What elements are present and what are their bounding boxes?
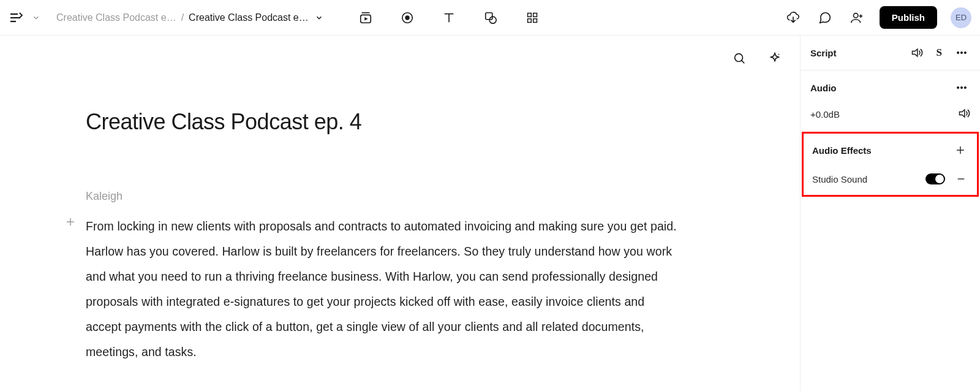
add-block-button[interactable] (64, 215, 77, 229)
shapes-icon[interactable] (481, 9, 500, 27)
svg-point-25 (957, 51, 959, 53)
more-options-icon[interactable] (953, 44, 970, 61)
svg-marker-5 (364, 17, 368, 21)
svg-rect-14 (527, 18, 531, 22)
workspace-dropdown-button[interactable] (29, 11, 43, 25)
main-layout: Creative Class Podcast ep. 4 Kaleigh Fro… (0, 36, 980, 391)
svg-point-27 (964, 51, 966, 53)
app-logo-icon[interactable] (9, 10, 23, 25)
user-avatar[interactable]: ED (951, 7, 971, 28)
studio-sound-row: Studio Sound (804, 167, 977, 195)
svg-marker-24 (912, 49, 917, 56)
svg-line-20 (742, 61, 745, 64)
audio-section-header: Audio (801, 70, 980, 100)
svg-point-16 (853, 13, 858, 17)
svg-point-30 (964, 86, 966, 88)
audio-effects-highlight: Audio Effects Studio Sound (802, 132, 979, 197)
add-effect-button[interactable] (952, 142, 968, 158)
svg-rect-10 (485, 12, 492, 19)
studio-sound-label: Studio Sound (812, 174, 867, 184)
svg-point-28 (957, 86, 959, 88)
svg-rect-15 (533, 18, 537, 22)
svg-point-11 (489, 17, 496, 23)
record-icon[interactable] (398, 9, 417, 27)
audio-label: Audio (810, 83, 837, 93)
publish-button[interactable]: Publish (880, 6, 937, 29)
svg-point-21 (778, 54, 780, 55)
svg-point-29 (960, 86, 962, 88)
speaker-icon[interactable] (908, 44, 925, 61)
breadcrumb-parent[interactable]: Creative Class Podcast e… (56, 12, 176, 23)
audio-more-icon[interactable] (953, 79, 970, 96)
breadcrumb: Creative Class Podcast e… / Creative Cla… (56, 11, 326, 25)
sparkle-icon[interactable] (766, 49, 784, 67)
add-person-icon[interactable] (848, 9, 866, 27)
volume-icon[interactable] (958, 107, 970, 121)
svg-rect-12 (527, 13, 531, 17)
video-icon[interactable] (356, 9, 375, 27)
breadcrumb-separator: / (179, 12, 186, 23)
svg-point-19 (735, 54, 743, 62)
breadcrumb-dropdown-button[interactable] (312, 11, 326, 25)
script-panel-header: Script S (801, 36, 980, 70)
svg-rect-13 (533, 13, 537, 17)
audio-effects-label: Audio Effects (812, 145, 872, 156)
paragraph-block: From locking in new clients with proposa… (86, 214, 677, 365)
svg-marker-31 (960, 110, 965, 117)
center-tool-group (356, 9, 541, 27)
breadcrumb-current[interactable]: Creative Class Podcast e… (189, 11, 326, 25)
top-toolbar: Creative Class Podcast e… / Creative Cla… (0, 0, 980, 36)
editor-toolbar (730, 49, 784, 67)
speaker-label[interactable]: Kaleigh (86, 190, 677, 203)
gain-value: +0.0dB (810, 109, 840, 120)
studio-sound-toggle[interactable] (925, 173, 945, 184)
svg-point-7 (405, 15, 409, 20)
audio-effects-header: Audio Effects (804, 134, 977, 167)
apps-grid-icon[interactable] (523, 9, 541, 27)
document-title[interactable]: Creative Class Podcast ep. 4 (86, 109, 677, 135)
strikethrough-icon[interactable]: S (937, 47, 942, 59)
transcript-paragraph[interactable]: From locking in new clients with proposa… (86, 214, 677, 365)
breadcrumb-current-label: Creative Class Podcast e… (189, 12, 309, 23)
editor-area: Creative Class Podcast ep. 4 Kaleigh Fro… (0, 36, 800, 391)
remove-effect-button[interactable] (954, 172, 968, 186)
side-panel: Script S Audio (800, 36, 980, 391)
document: Creative Class Podcast ep. 4 Kaleigh Fro… (0, 36, 800, 389)
chat-icon[interactable] (816, 9, 834, 27)
topbar-right-group: Publish ED (784, 6, 971, 29)
cloud-sync-icon[interactable] (784, 9, 802, 27)
svg-point-26 (960, 51, 962, 53)
search-icon[interactable] (730, 49, 748, 67)
breadcrumb-parent-label: Creative Class Podcast e… (56, 12, 176, 23)
gain-row[interactable]: +0.0dB (801, 100, 980, 133)
script-label: Script (810, 48, 837, 58)
text-icon[interactable] (440, 9, 458, 27)
